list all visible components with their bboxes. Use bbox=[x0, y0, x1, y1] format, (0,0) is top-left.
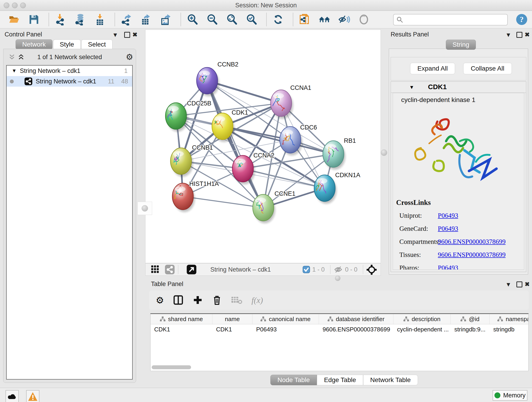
crosslink-link[interactable]: P06493 bbox=[438, 225, 458, 232]
column-header-database-identifier[interactable]: database identifier bbox=[319, 314, 393, 324]
left-splitter-handle[interactable] bbox=[138, 202, 152, 215]
window-zoom-button[interactable] bbox=[20, 2, 26, 8]
tab-style[interactable]: Style bbox=[53, 39, 81, 50]
right-splitter-handle[interactable] bbox=[381, 149, 387, 156]
show-columns-button[interactable] bbox=[173, 294, 184, 306]
panel-menu-icon[interactable]: ▼ bbox=[112, 32, 118, 38]
selected-checkbox-icon[interactable] bbox=[303, 266, 310, 273]
network-node-RB1[interactable] bbox=[323, 141, 344, 167]
import-table-button[interactable] bbox=[94, 13, 106, 26]
network-node-CDKN1A[interactable] bbox=[314, 175, 335, 201]
window-minimize-button[interactable] bbox=[12, 2, 18, 8]
zoom-selected-button[interactable] bbox=[245, 13, 258, 26]
memory-button[interactable]: Memory bbox=[493, 390, 527, 401]
panel-close-icon[interactable]: ✖ bbox=[525, 281, 530, 288]
tab-network-table[interactable]: Network Table bbox=[363, 375, 418, 385]
table-cell[interactable]: stringdb bbox=[490, 324, 529, 334]
column-header-shared-name[interactable]: shared name bbox=[151, 314, 212, 324]
zoom-fit-button[interactable] bbox=[225, 13, 238, 26]
panel-close-icon[interactable]: ✖ bbox=[133, 31, 138, 38]
expand-all-button[interactable]: Expand All bbox=[410, 63, 455, 74]
network-node-CCNE1[interactable] bbox=[253, 194, 274, 221]
horizontal-splitter-handle[interactable] bbox=[335, 275, 341, 281]
delete-column-button[interactable] bbox=[212, 294, 222, 306]
network-tree-root-row[interactable]: ▼ String Network – cdk1 1 bbox=[7, 65, 132, 76]
network-collection-label: String Network – cdk1 bbox=[20, 67, 80, 75]
refresh-button[interactable] bbox=[272, 13, 285, 26]
network-selector-row: 1 of 1 Network selected ⚙ bbox=[3, 52, 136, 62]
fit-selected-button[interactable] bbox=[366, 264, 377, 274]
function-builder-label[interactable]: f(x) bbox=[252, 295, 263, 305]
delete-table-button[interactable] bbox=[231, 294, 242, 306]
panel-float-icon[interactable] bbox=[516, 32, 522, 38]
window-close-button[interactable] bbox=[4, 2, 9, 8]
network-edge[interactable] bbox=[183, 196, 263, 208]
column-header-description[interactable]: description bbox=[393, 314, 451, 324]
birdseye-button[interactable] bbox=[186, 264, 196, 274]
gear-icon[interactable]: ⚙ bbox=[126, 52, 133, 62]
import-database-button[interactable] bbox=[74, 13, 87, 26]
collapse-caret-icon[interactable]: ▼ bbox=[409, 84, 414, 90]
table-cell[interactable]: cyclin-dependent ... bbox=[393, 324, 451, 334]
save-session-button[interactable] bbox=[27, 13, 40, 26]
network-node-CDK1[interactable] bbox=[212, 113, 233, 140]
zoom-out-button[interactable] bbox=[206, 13, 219, 26]
tab-string[interactable]: String bbox=[446, 40, 476, 50]
tab-edge-table[interactable]: Edge Table bbox=[317, 375, 363, 385]
zoom-in-button[interactable] bbox=[186, 13, 199, 26]
network-edge[interactable] bbox=[207, 81, 263, 208]
tab-network[interactable]: Network bbox=[16, 39, 52, 50]
crosslink-link[interactable]: P06493 bbox=[438, 264, 458, 270]
entry-header[interactable]: ▼ CDK1 bbox=[391, 82, 526, 93]
network-tree-child-row[interactable]: String Network – cdk1 11 48 bbox=[7, 76, 132, 87]
import-network-button[interactable] bbox=[54, 13, 67, 26]
hide-unhide-button[interactable] bbox=[338, 13, 351, 26]
table-horizontal-scrollbar[interactable] bbox=[152, 365, 191, 369]
tab-node-table[interactable]: Node Table bbox=[270, 375, 317, 385]
column-header-namespace[interactable]: namespace bbox=[490, 314, 529, 324]
table-row[interactable]: CDK1CDK1P064939606.ENSP00000378699cyclin… bbox=[151, 324, 528, 334]
tree-expand-caret-icon[interactable]: ▼ bbox=[12, 68, 17, 74]
share-document-button[interactable] bbox=[298, 13, 311, 26]
table-cell[interactable]: CDK1 bbox=[151, 324, 212, 334]
view-network-button[interactable] bbox=[165, 264, 175, 274]
column-header-canonical-name[interactable]: canonical name bbox=[253, 314, 319, 324]
collapse-all-button[interactable]: Collapse All bbox=[463, 63, 512, 74]
view-grid-button[interactable] bbox=[151, 264, 160, 274]
string-homes-button[interactable] bbox=[318, 13, 331, 26]
help-button[interactable]: ? bbox=[516, 14, 527, 25]
column-header-name[interactable]: name bbox=[212, 314, 253, 324]
tab-select[interactable]: Select bbox=[81, 39, 113, 50]
network-node-CCNA1[interactable] bbox=[271, 90, 292, 116]
open-session-button[interactable] bbox=[8, 13, 21, 26]
table-settings-gear-icon[interactable]: ⚙ bbox=[156, 295, 164, 306]
panel-float-icon[interactable] bbox=[516, 281, 522, 287]
table-cell[interactable]: CDK1 bbox=[212, 324, 253, 334]
crosslink-link[interactable]: 9606.ENSP00000378699 bbox=[438, 238, 506, 245]
export-table-button[interactable] bbox=[140, 13, 152, 26]
table-cell[interactable]: 9606.ENSP00000378699 bbox=[319, 324, 393, 334]
cloud-button[interactable] bbox=[6, 390, 19, 402]
panel-close-icon[interactable]: ✖ bbox=[525, 31, 530, 38]
panel-menu-icon[interactable]: ▼ bbox=[505, 32, 511, 38]
network-canvas[interactable]: CCNB2CCNA1CDC25BCDK1CDC6RB1CCNB1CCNA2CDK… bbox=[145, 30, 381, 263]
preview-button[interactable] bbox=[357, 13, 370, 26]
network-node-CCNB1[interactable] bbox=[171, 148, 191, 174]
table-cell[interactable]: stringdb:9... bbox=[451, 324, 490, 334]
network-node-CCNA2[interactable] bbox=[232, 155, 253, 182]
panel-menu-icon[interactable]: ▼ bbox=[505, 281, 511, 288]
hidden-eye-icon[interactable] bbox=[334, 265, 343, 274]
crosslink-link[interactable]: 9606.ENSP00000378699 bbox=[438, 251, 506, 259]
network-node-CCNB2[interactable] bbox=[196, 67, 218, 94]
network-node-CDC6[interactable] bbox=[280, 127, 301, 153]
add-column-button[interactable] bbox=[192, 294, 203, 306]
column-header-id[interactable]: @id bbox=[451, 314, 490, 324]
panel-float-icon[interactable] bbox=[124, 32, 130, 38]
network-node-CDC25B[interactable] bbox=[165, 103, 186, 129]
search-input[interactable] bbox=[405, 16, 507, 24]
export-image-button[interactable] bbox=[159, 13, 172, 26]
export-network-button[interactable] bbox=[120, 13, 133, 26]
crosslink-link[interactable]: P06493 bbox=[438, 212, 458, 219]
warnings-button[interactable] bbox=[26, 390, 39, 402]
table-cell[interactable]: P06493 bbox=[253, 324, 319, 334]
